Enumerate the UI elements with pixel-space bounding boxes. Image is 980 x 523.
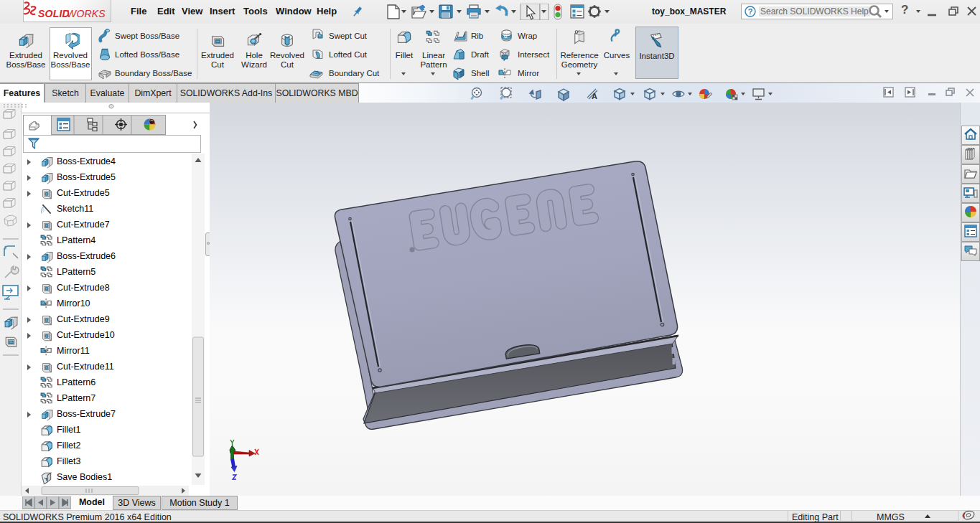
svg-text:?: ? — [748, 7, 753, 16]
svg-text:SOLID: SOLID — [38, 8, 70, 19]
svg-text:A: A — [592, 92, 597, 100]
svg-text:WORKS: WORKS — [67, 8, 106, 19]
